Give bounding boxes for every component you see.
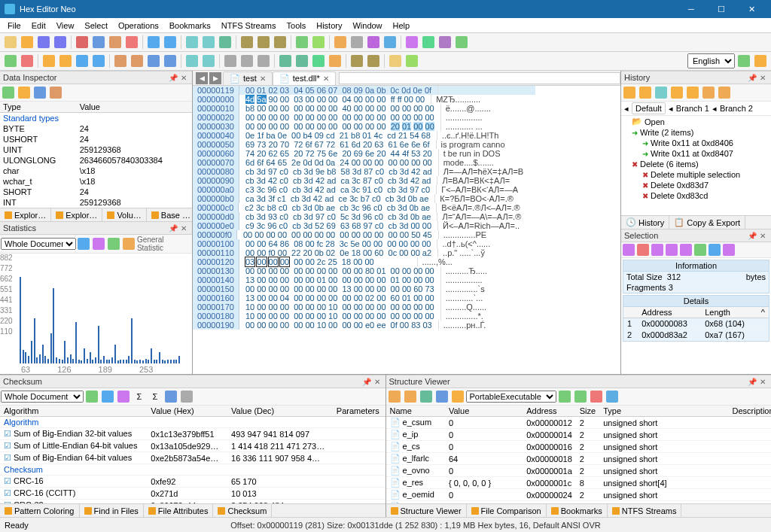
compare-icon[interactable] [404,35,419,50]
ck-tab-3[interactable]: Checksum [213,504,272,517]
st-info-icon[interactable] [605,389,620,404]
structure-scheme[interactable]: PortableExecutable [466,391,556,403]
ck-sigma2-icon[interactable]: Σ [148,389,163,404]
t2-15-icon[interactable] [278,53,293,68]
zoom-in-icon[interactable] [223,53,238,68]
structure-row[interactable]: 📄 e_ovno00x0000001a2unsigned short [386,465,772,477]
t2-5-icon[interactable] [75,53,90,68]
hist-branch-0[interactable]: Default [632,102,666,114]
replace-icon[interactable] [201,35,216,50]
hex-tab-0[interactable]: 📄 test ✕ [223,71,273,85]
undo-icon[interactable] [146,35,161,50]
menu-window[interactable]: Window [348,20,386,32]
history-node[interactable]: 📂 Open [621,116,771,127]
stat-ic3[interactable] [106,236,120,251]
close-button[interactable]: ✕ [736,0,766,18]
t2-9-icon[interactable] [146,53,161,68]
goto-icon[interactable] [218,35,233,50]
st-ic8[interactable] [589,389,604,404]
checksum-row[interactable]: Sum of Big-Endian 64-bit values0xe2b5873… [0,452,386,464]
history-tab[interactable]: 🕓 History [621,216,669,229]
hist-ic5[interactable] [685,85,700,100]
menu-file[interactable]: File [3,20,26,32]
t2-17-icon[interactable] [311,53,326,68]
hex-nav-prev-icon[interactable]: ◀ [196,72,208,84]
stat-ic2[interactable] [92,236,106,251]
hex-nav-next-icon[interactable]: ▶ [209,72,221,84]
ck-ic1[interactable] [84,389,99,404]
stat-ic1[interactable] [77,236,91,251]
sel-ic2[interactable] [636,243,650,257]
pin-icon[interactable]: 📌 [361,376,372,387]
st-tab-1[interactable]: File Comparison [467,504,547,517]
close-panel-icon[interactable]: ✕ [757,230,768,241]
structure-row[interactable]: 📄 e_csum00x000000122unsigned short [386,417,772,429]
sum-icon[interactable] [437,35,453,50]
t2-6-icon[interactable] [91,53,106,68]
copy-export-tab[interactable]: 📋 Copy & Export [669,216,745,229]
hist-ic2[interactable] [638,85,653,100]
lock-icon[interactable] [349,53,364,68]
menu-view[interactable]: View [52,20,79,32]
paste-icon[interactable] [108,35,123,50]
menu-bookmarks[interactable]: Bookmarks [165,20,215,32]
t2-1-icon[interactable] [3,53,18,68]
t2-12-icon[interactable] [201,53,216,68]
new-icon[interactable] [3,35,18,50]
ck-ic3[interactable] [116,389,131,404]
di-row[interactable]: SHORT24 [0,187,192,197]
selection-row[interactable]: 20x000d83a20xa7 (167) [623,330,769,341]
hex-address-input[interactable] [339,72,620,84]
st-ic3[interactable] [419,389,434,404]
di-tab-3[interactable]: Base … [147,208,192,221]
menu-operations[interactable]: Operations [114,20,163,32]
menu-ntfs[interactable]: NTFS Streams [217,20,281,32]
hist-ic3[interactable] [654,85,669,100]
bookmark2-icon[interactable] [256,35,271,50]
pin-icon[interactable]: 📌 [747,376,757,387]
pencil2-icon[interactable] [311,35,326,50]
t2-7-icon[interactable] [113,53,128,68]
stat-ic4[interactable] [121,236,136,251]
proc-icon[interactable] [366,35,381,50]
menu-select[interactable]: Select [80,20,112,32]
sel-ic6[interactable] [693,243,707,257]
redo-icon[interactable] [163,35,178,50]
ck-tab-1[interactable]: Find in Files [80,504,144,517]
pencil-icon[interactable] [294,35,309,50]
st-ic1[interactable] [387,389,402,404]
find-icon[interactable] [184,35,200,50]
di-copy-icon[interactable] [32,85,47,100]
ck-ic5[interactable] [179,389,194,404]
structure-table[interactable]: Name Value Address Size Type Description… [386,406,772,503]
di-group-standard[interactable]: Standard types [0,113,192,124]
pin-icon[interactable]: 📌 [747,230,757,241]
unlock-icon[interactable] [366,53,381,68]
di-row[interactable]: INT259129368 [0,197,192,208]
st-ic5[interactable] [450,389,465,404]
zoom-out-icon[interactable] [239,53,254,68]
bits-icon[interactable] [388,53,403,68]
bookmark3-icon[interactable] [273,35,288,50]
checksum-row[interactable]: CRC-16 (CCITT)0x271d10 013 [0,488,386,500]
close-panel-icon[interactable]: ✕ [178,72,189,83]
t2-3-icon[interactable] [41,53,56,68]
structure-row[interactable]: 📄 e_ip00x000000142unsigned short [386,429,772,441]
hist-ic4[interactable] [669,85,684,100]
saveall-icon[interactable] [53,35,68,50]
zoom-fit-icon[interactable] [256,53,271,68]
marker-icon[interactable] [404,53,419,68]
minimize-button[interactable]: ─ [676,0,706,18]
hist-ic6[interactable] [701,85,716,100]
checksum-row[interactable]: CRC-160xfe9265 170 [0,476,386,488]
volume-icon[interactable] [349,35,364,50]
di-row[interactable]: char\x18 [0,166,192,176]
hex-tab-1[interactable]: 📄 test.dll* ✕ [273,71,336,85]
hist-branch-2[interactable]: Branch 2 [720,104,753,113]
copy-icon[interactable] [91,35,106,50]
st-tab-3[interactable]: NTFS Streams [608,504,682,517]
di-row[interactable]: ULONGLONG263466057840303384 [0,155,192,166]
ck-sigma-icon[interactable]: Σ [132,389,147,404]
ck-ic2[interactable] [100,389,115,404]
t2-11-icon[interactable] [184,53,200,68]
